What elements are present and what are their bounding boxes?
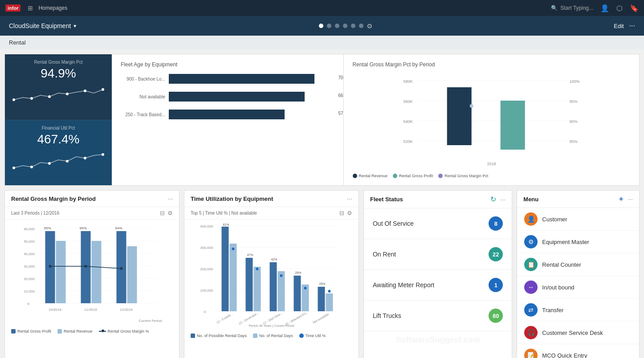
legend-gross-profit-2: Rental Gross Profit <box>11 329 51 334</box>
svg-rect-47 <box>91 241 101 303</box>
menu-label-inout-bound: In/out bound <box>542 284 574 291</box>
svg-text:100%: 100% <box>569 79 579 84</box>
menu-item-mco-quick-entry[interactable]: 📝 MCO Quick Entry <box>517 344 639 358</box>
kpi-label-2: Financial Util Pct <box>12 126 105 130</box>
apps-icon[interactable]: ⊞ <box>28 4 33 12</box>
svg-text:10,000: 10,000 <box>24 289 35 293</box>
svg-point-9 <box>66 160 69 163</box>
svg-text:95%: 95% <box>44 226 51 230</box>
svg-point-27 <box>469 104 473 108</box>
svg-text:25%: 25% <box>319 282 325 285</box>
svg-text:12/2016: 12/2016 <box>120 308 133 312</box>
rental-period-legend: Rental Gross Profit Rental Revenue Renta… <box>5 329 179 337</box>
fleet-status-refresh-icon[interactable]: ↻ <box>490 195 496 203</box>
fleet-status-name-1: Out Of Service <box>373 220 414 227</box>
svg-rect-81 <box>326 293 333 311</box>
page-dot-4[interactable] <box>343 24 347 28</box>
time-util-filter-icon[interactable]: ⊟ <box>339 210 344 216</box>
time-util-more[interactable]: ··· <box>347 195 352 202</box>
subheader-icons: ⊟ ⚙ <box>160 210 173 216</box>
watermark: SoftwareSuggest.com <box>396 335 480 345</box>
svg-text:30,000: 30,000 <box>24 264 35 268</box>
page-dot-2[interactable] <box>327 24 331 28</box>
menu-item-equipment-master[interactable]: ⚙ Equipment Master <box>517 231 639 253</box>
header-right: Edit ··· <box>614 22 635 30</box>
page-dots: ⊙ <box>319 22 372 29</box>
svg-rect-72 <box>253 267 261 311</box>
page-dot-1[interactable] <box>319 24 323 28</box>
legend-revenue-2: Rental Revenue <box>57 329 93 334</box>
kpi-label-1: Rental Gross Margin Pct <box>12 60 105 65</box>
menu-item-inout-bound[interactable]: ↔ In/out bound <box>517 276 639 299</box>
svg-text:20,000: 20,000 <box>24 277 35 281</box>
svg-text:300,000: 300,000 <box>200 246 213 250</box>
page-dot-5[interactable] <box>351 24 355 28</box>
user-icon[interactable]: 👤 <box>600 4 609 12</box>
app-title-caret: ▼ <box>73 24 77 28</box>
svg-text:50,000: 50,000 <box>24 240 35 244</box>
svg-point-11 <box>102 153 104 156</box>
menu-item-transfer[interactable]: ⇄ Transfer <box>517 299 639 321</box>
legend-possible-days: No. of Possible Rental Days <box>191 334 247 338</box>
svg-text:100,000: 100,000 <box>200 289 213 293</box>
svg-rect-51 <box>127 246 137 303</box>
svg-text:580K: 580K <box>403 79 412 84</box>
fleet-badge-3[interactable]: 1 <box>489 278 503 292</box>
fleet-status-out-of-service: Out Of Service 8 <box>364 208 512 239</box>
search-icon[interactable]: 🔍 <box>551 5 558 11</box>
search-placeholder: Start Typing... <box>560 5 593 11</box>
menu-item-rental-counter[interactable]: 📋 Rental Counter <box>517 253 639 276</box>
fleet-badge-1[interactable]: 8 <box>489 216 503 231</box>
svg-text:Not available: Not available <box>312 313 330 324</box>
menu-item-customer-service-desk[interactable]: 🎧 Customer Service Desk <box>517 321 639 344</box>
fleet-status-on-rent: On Rent 22 <box>364 239 512 270</box>
bookmark-icon[interactable]: 🔖 <box>630 4 639 12</box>
svg-text:Current Period: Current Period <box>139 319 162 323</box>
mco-quick-entry-icon: 📝 <box>524 349 538 358</box>
kpi-sparkline-1 <box>12 84 105 106</box>
menu-add-button[interactable]: + <box>619 195 623 203</box>
time-util-settings-icon[interactable]: ⚙ <box>347 210 352 216</box>
edit-button[interactable]: Edit <box>614 23 624 29</box>
svg-point-84 <box>256 268 258 270</box>
menu-widget: Menu + ··· 👤 Customer ⚙ Equipment Master… <box>517 190 640 358</box>
fleet-status-name-2: On Rent <box>373 251 396 258</box>
svg-text:Period: All Years | Current Pe: Period: All Years | Current Period <box>249 324 294 328</box>
settings-icon[interactable]: ⚙ <box>167 210 173 216</box>
rental-gross-margin-more[interactable]: ··· <box>167 195 173 202</box>
section-label: Rental <box>0 36 644 49</box>
bar-container-3: 57 <box>169 110 334 119</box>
page-dot-3[interactable] <box>335 24 339 28</box>
bar-row-1: 900 - Backhoe Lo... 70 <box>121 74 334 84</box>
menu-more-button[interactable]: ··· <box>628 195 633 203</box>
bar-value-2: 66 <box>338 93 343 98</box>
svg-text:10/2016: 10/2016 <box>49 308 61 312</box>
svg-text:40,000: 40,000 <box>24 252 35 256</box>
fleet-badge-2[interactable]: 22 <box>489 247 503 261</box>
page-dot-6[interactable] <box>359 24 363 28</box>
kpi-value-2: 467.4% <box>12 132 105 146</box>
svg-rect-80 <box>318 287 325 311</box>
legend-margin-pct-2: Rental Gross Margin % <box>99 329 149 334</box>
svg-point-56 <box>120 267 122 270</box>
svg-text:400,000: 400,000 <box>200 224 213 228</box>
svg-text:0: 0 <box>27 302 29 306</box>
time-util-subheader: Top 5 | Time Util % | Not available ⊟ ⚙ <box>184 207 359 220</box>
menu-item-customer[interactable]: 👤 Customer <box>517 208 639 231</box>
share-icon[interactable]: ⬡ <box>616 4 623 12</box>
rental-gross-margin-header: Rental Gross Margin by Period ··· <box>5 191 179 207</box>
fleet-badge-4[interactable]: 80 <box>489 309 503 323</box>
header-more-button[interactable]: ··· <box>629 22 635 30</box>
filter-icon[interactable]: ⊟ <box>160 210 165 216</box>
fleet-status-name-4: Lift Trucks <box>373 312 401 319</box>
page-next-arrow[interactable]: ⊙ <box>367 22 372 29</box>
fleet-status-more[interactable]: ··· <box>501 196 506 203</box>
time-util-header: Time Utilization by Equipment ··· <box>184 191 359 207</box>
homepages-label[interactable]: Homepages <box>38 5 67 11</box>
app-title[interactable]: CloudSuite Equipment ▼ <box>9 22 77 29</box>
bar-value-1: 70 <box>338 75 343 80</box>
time-util-svg: 400,000 300,000 200,000 100,000 0 81% 47… <box>189 222 354 329</box>
fleet-status-title: Fleet Status <box>370 196 403 203</box>
menu-header-right: + ··· <box>619 195 633 203</box>
svg-rect-75 <box>277 271 285 311</box>
